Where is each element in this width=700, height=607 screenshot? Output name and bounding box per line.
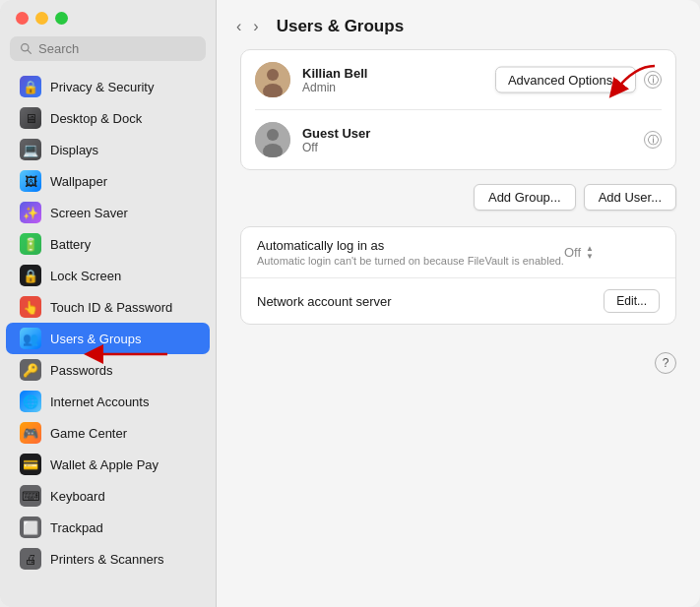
page-title: Users & Groups [277, 17, 404, 36]
sidebar-icon-internet: 🌐 [20, 391, 41, 412]
sidebar-icon-keyboard: ⌨ [20, 485, 41, 507]
sidebar-item-passwords[interactable]: 🔑Passwords [6, 354, 210, 386]
sidebar-icon-users: 👥 [20, 328, 41, 349]
sidebar-item-lockscreen[interactable]: 🔒Lock Screen [6, 260, 210, 291]
sidebar-items-list: 🔒Privacy & Security🖥Desktop & Dock💻Displ… [0, 71, 216, 575]
help-area: ? [240, 338, 676, 380]
sidebar-icon-wallpaper: 🖼 [20, 170, 41, 192]
settings-section: Automatically log in as Automatic login … [240, 226, 676, 325]
sidebar-label-users: Users & Groups [50, 332, 141, 346]
search-box[interactable] [10, 36, 206, 61]
user-row-guest: Guest User Off ⓘ [241, 110, 675, 169]
sidebar-label-touchid: Touch ID & Password [50, 300, 172, 315]
main-content: ‹ › Users & Groups Killian Bell Ad [217, 0, 700, 607]
sidebar-icon-battery: 🔋 [20, 233, 41, 255]
sidebar-label-passwords: Passwords [50, 363, 113, 378]
settings-label-network: Network account server [257, 294, 604, 309]
sidebar-label-displays: Displays [50, 143, 98, 157]
info-icon-guest[interactable]: ⓘ [644, 131, 662, 149]
sidebar-icon-desktop: 🖥 [20, 107, 41, 129]
advanced-options-button[interactable]: Advanced Options... [495, 67, 636, 93]
stepper-autologin[interactable]: ▲ ▼ [586, 245, 594, 261]
sidebar-item-gamecenter[interactable]: 🎮Game Center [6, 417, 210, 449]
settings-label-autologin: Automatically log in as Automatic login … [257, 238, 564, 267]
forward-button[interactable]: › [249, 16, 262, 37]
settings-sub-label-autologin: Automatic login can't be turned on becau… [257, 255, 564, 267]
settings-main-label-autologin: Automatically log in as [257, 238, 564, 253]
sidebar-icon-trackpad: ⬜ [20, 516, 41, 538]
settings-row-network: Network account server Edit... [241, 278, 675, 324]
main-header: ‹ › Users & Groups [217, 0, 700, 49]
sidebar-item-privacy[interactable]: 🔒Privacy & Security [6, 71, 210, 102]
sidebar-label-wallet: Wallet & Apple Pay [50, 457, 159, 472]
search-icon [20, 42, 32, 55]
minimize-button[interactable] [35, 12, 48, 25]
sidebar-label-trackpad: Trackpad [50, 520, 103, 535]
sidebar-icon-privacy: 🔒 [20, 76, 41, 97]
user-list: Killian Bell Admin Advanced Options... ⓘ [240, 49, 676, 170]
sidebar-icon-wallet: 💳 [20, 454, 41, 475]
user-row-killian: Killian Bell Admin Advanced Options... ⓘ [241, 50, 675, 109]
traffic-lights [0, 12, 216, 36]
sidebar-icon-passwords: 🔑 [20, 359, 41, 381]
sidebar-item-users[interactable]: 👥Users & Groups [6, 323, 210, 354]
sidebar-label-lockscreen: Lock Screen [50, 269, 121, 283]
add-group-button[interactable]: Add Group... [474, 184, 576, 211]
svg-line-1 [28, 50, 31, 53]
close-button[interactable] [16, 12, 29, 25]
settings-row-autologin: Automatically log in as Automatic login … [241, 227, 675, 278]
sidebar-item-keyboard[interactable]: ⌨Keyboard [6, 480, 210, 512]
svg-point-3 [267, 69, 279, 81]
avatar-killian [255, 62, 290, 97]
sidebar-icon-screensaver: ✨ [20, 202, 41, 223]
sidebar-label-privacy: Privacy & Security [50, 80, 154, 94]
sidebar-item-printers[interactable]: 🖨Printers & Scanners [6, 543, 210, 575]
sidebar-item-wallet[interactable]: 💳Wallet & Apple Pay [6, 449, 210, 480]
settings-value-autologin: Off ▲ ▼ [564, 245, 594, 261]
sidebar-icon-displays: 💻 [20, 139, 41, 160]
add-user-button[interactable]: Add User... [584, 184, 676, 211]
sidebar-item-wallpaper[interactable]: 🖼Wallpaper [6, 165, 210, 197]
svg-point-6 [267, 129, 279, 141]
sidebar-icon-gamecenter: 🎮 [20, 422, 41, 444]
sidebar-label-gamecenter: Game Center [50, 426, 127, 441]
edit-network-button[interactable]: Edit... [604, 289, 660, 313]
sidebar-item-displays[interactable]: 💻Displays [6, 134, 210, 165]
sidebar-item-battery[interactable]: 🔋Battery [6, 228, 210, 260]
sidebar-icon-lockscreen: 🔒 [20, 265, 41, 286]
nav-arrows: ‹ › [232, 16, 263, 37]
sidebar-label-wallpaper: Wallpaper [50, 174, 107, 189]
action-buttons: Add Group... Add User... [240, 184, 676, 211]
avatar-guest [255, 122, 290, 157]
user-role-guest: Off [302, 141, 636, 154]
user-info-guest: Guest User Off [302, 126, 636, 154]
sidebar-label-battery: Battery [50, 237, 91, 252]
sidebar-item-trackpad[interactable]: ⬜Trackpad [6, 512, 210, 543]
sidebar-icon-printers: 🖨 [20, 548, 41, 570]
help-button[interactable]: ? [655, 352, 676, 374]
search-input[interactable] [38, 41, 196, 56]
sidebar-label-desktop: Desktop & Dock [50, 111, 142, 126]
back-button[interactable]: ‹ [232, 16, 245, 37]
sidebar-label-screensaver: Screen Saver [50, 206, 128, 220]
sidebar-item-desktop[interactable]: 🖥Desktop & Dock [6, 102, 210, 134]
sidebar: 🔒Privacy & Security🖥Desktop & Dock💻Displ… [0, 0, 217, 607]
sidebar-label-internet: Internet Accounts [50, 395, 149, 409]
sidebar-label-printers: Printers & Scanners [50, 552, 164, 567]
info-icon-killian[interactable]: ⓘ [644, 71, 662, 89]
maximize-button[interactable] [55, 12, 68, 25]
content-area: Killian Bell Admin Advanced Options... ⓘ [217, 49, 700, 607]
user-name-guest: Guest User [302, 126, 636, 141]
sidebar-item-screensaver[interactable]: ✨Screen Saver [6, 197, 210, 228]
sidebar-icon-touchid: 👆 [20, 296, 41, 318]
sidebar-item-internet[interactable]: 🌐Internet Accounts [6, 386, 210, 417]
sidebar-label-keyboard: Keyboard [50, 489, 105, 504]
sidebar-item-touchid[interactable]: 👆Touch ID & Password [6, 291, 210, 323]
